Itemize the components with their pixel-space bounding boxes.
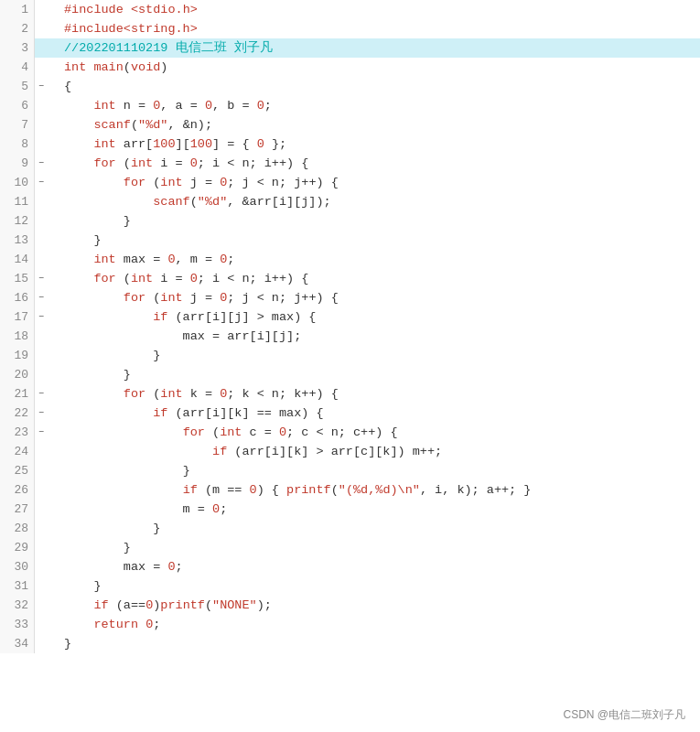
code-editor: 1#include <stdio.h>2#include<string.h>3/…	[0, 0, 700, 653]
fold-controls	[35, 211, 60, 231]
code-line: 8 int arr[100][100] = { 0 };	[0, 135, 700, 154]
code-text: int max = 0, m = 0;	[60, 250, 700, 269]
line-number: 4	[0, 58, 35, 77]
code-line: 34}	[0, 634, 700, 653]
code-text: }	[60, 346, 700, 365]
fold-button[interactable]: −	[35, 423, 48, 442]
line-number: 17	[0, 307, 35, 327]
fold-controls	[35, 250, 60, 269]
code-text: {	[60, 77, 700, 96]
code-line: 20 }	[0, 365, 700, 384]
line-number: 33	[0, 615, 35, 634]
fold-controls	[35, 135, 60, 154]
fold-controls	[35, 576, 60, 596]
fold-button[interactable]: −	[35, 77, 48, 96]
line-number: 21	[0, 384, 35, 404]
fold-button[interactable]: −	[35, 269, 48, 288]
code-text: int main(void)	[60, 58, 700, 77]
line-number: 25	[0, 461, 35, 480]
code-line: 22− if (arr[i][k] == max) {	[0, 404, 700, 423]
line-number: 10	[0, 173, 35, 192]
code-line: 25 }	[0, 461, 700, 480]
code-line: 29 }	[0, 538, 700, 557]
line-number: 16	[0, 288, 35, 307]
footer-credit: CSDN @电信二班刘子凡	[563, 705, 685, 725]
line-number: 18	[0, 327, 35, 346]
fold-controls	[35, 615, 60, 634]
fold-controls	[35, 38, 60, 58]
line-number: 8	[0, 135, 35, 154]
code-line: 7 scanf("%d", &n);	[0, 115, 700, 135]
code-line: 30 max = 0;	[0, 557, 700, 576]
fold-button[interactable]: −	[35, 288, 48, 307]
fold-controls: −	[35, 173, 60, 192]
fold-controls: −	[35, 77, 60, 96]
fold-controls	[35, 500, 60, 519]
code-text: int n = 0, a = 0, b = 0;	[60, 96, 700, 115]
fold-controls	[35, 58, 60, 77]
fold-controls: −	[35, 154, 60, 173]
code-text: }	[60, 538, 700, 557]
code-line: 16− for (int j = 0; j < n; j++) {	[0, 288, 700, 307]
fold-button[interactable]: −	[35, 384, 48, 404]
fold-controls	[35, 192, 60, 211]
code-line: 28 }	[0, 519, 700, 538]
code-text: }	[60, 461, 700, 480]
code-line: 19 }	[0, 346, 700, 365]
line-number: 12	[0, 211, 35, 231]
line-number: 13	[0, 231, 35, 250]
code-line: 24 if (arr[i][k] > arr[c][k]) m++;	[0, 442, 700, 461]
fold-controls	[35, 327, 60, 346]
code-text: scanf("%d", &arr[i][j]);	[60, 192, 700, 211]
fold-button[interactable]: −	[35, 404, 48, 423]
line-number: 2	[0, 19, 35, 38]
fold-controls: −	[35, 404, 60, 423]
line-number: 15	[0, 269, 35, 288]
fold-controls	[35, 461, 60, 480]
code-text: #include <stdio.h>	[60, 0, 700, 19]
code-text: m = 0;	[60, 500, 700, 519]
code-text: //202201110219 电信二班 刘子凡	[60, 38, 700, 58]
code-text: max = 0;	[60, 557, 700, 576]
code-line: 1#include <stdio.h>	[0, 0, 700, 19]
code-line: 27 m = 0;	[0, 500, 700, 519]
fold-controls	[35, 442, 60, 461]
code-text: if (arr[i][k] > arr[c][k]) m++;	[60, 442, 700, 461]
fold-controls: −	[35, 307, 60, 327]
line-number: 34	[0, 634, 35, 653]
fold-controls	[35, 365, 60, 384]
fold-button[interactable]: −	[35, 173, 48, 192]
line-number: 23	[0, 423, 35, 442]
code-text: for (int c = 0; c < n; c++) {	[60, 423, 700, 442]
code-line: 26 if (m == 0) { printf("(%d,%d)\n", i, …	[0, 480, 700, 500]
fold-controls	[35, 115, 60, 135]
code-text: for (int j = 0; j < n; j++) {	[60, 288, 700, 307]
code-line: 4int main(void)	[0, 58, 700, 77]
code-text: }	[60, 634, 700, 653]
fold-controls: −	[35, 269, 60, 288]
code-text: }	[60, 365, 700, 384]
code-text: for (int i = 0; i < n; i++) {	[60, 269, 700, 288]
code-line: 23− for (int c = 0; c < n; c++) {	[0, 423, 700, 442]
fold-button[interactable]: −	[35, 307, 48, 327]
line-number: 30	[0, 557, 35, 576]
line-number: 22	[0, 404, 35, 423]
line-number: 20	[0, 365, 35, 384]
code-text: if (m == 0) { printf("(%d,%d)\n", i, k);…	[60, 480, 700, 500]
fold-controls	[35, 346, 60, 365]
code-text: if (arr[i][j] > max) {	[60, 307, 700, 327]
line-number: 11	[0, 192, 35, 211]
code-line: 2#include<string.h>	[0, 19, 700, 38]
fold-button[interactable]: −	[35, 154, 48, 173]
code-text: }	[60, 576, 700, 596]
code-line: 3//202201110219 电信二班 刘子凡	[0, 38, 700, 58]
code-line: 11 scanf("%d", &arr[i][j]);	[0, 192, 700, 211]
code-line: 31 }	[0, 576, 700, 596]
code-line: 21− for (int k = 0; k < n; k++) {	[0, 384, 700, 404]
code-text: int arr[100][100] = { 0 };	[60, 135, 700, 154]
fold-controls	[35, 19, 60, 38]
code-text: for (int i = 0; i < n; i++) {	[60, 154, 700, 173]
fold-controls	[35, 0, 60, 19]
code-text: for (int j = 0; j < n; j++) {	[60, 173, 700, 192]
line-number: 28	[0, 519, 35, 538]
